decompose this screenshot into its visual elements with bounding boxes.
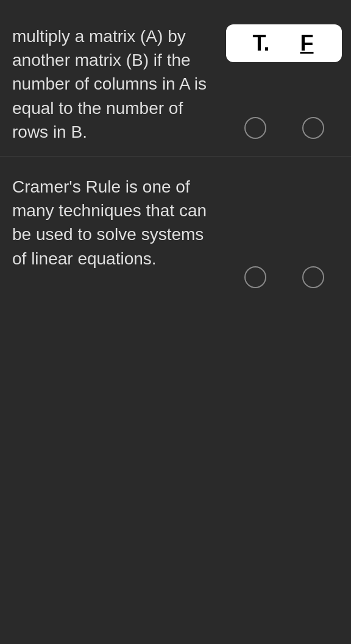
question-row-2: Cramer's Rule is one of many techniques …: [0, 157, 351, 306]
quiz-container: multiply a matrix (A) by another matrix …: [0, 0, 351, 319]
tf-header: T. F: [226, 24, 342, 62]
q2-true-radio[interactable]: [244, 266, 266, 288]
radio-row-1: [226, 117, 342, 139]
radio-options-2: [223, 175, 345, 288]
q1-false-radio[interactable]: [302, 117, 324, 139]
tf-options-1: T. F: [223, 24, 345, 139]
radio-row-2: [226, 266, 342, 288]
question-text-1: multiply a matrix (A) by another matrix …: [6, 24, 223, 144]
question-text-2: Cramer's Rule is one of many techniques …: [6, 175, 223, 271]
question-row-1: multiply a matrix (A) by another matrix …: [0, 12, 351, 157]
q2-false-radio[interactable]: [302, 266, 324, 288]
false-header-label: F: [292, 30, 322, 56]
q1-true-radio[interactable]: [244, 117, 266, 139]
true-header-label: T.: [246, 30, 277, 56]
